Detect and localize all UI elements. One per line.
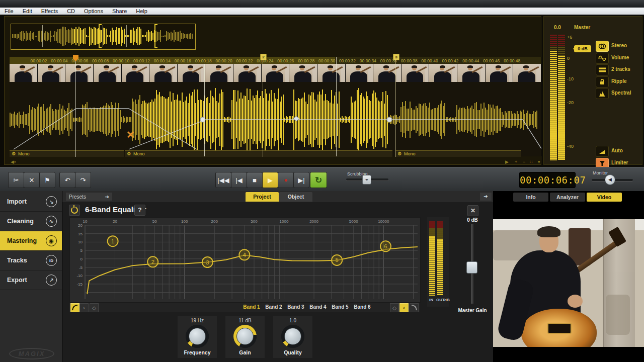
skip-start-button[interactable]: |◀◀: [215, 172, 231, 188]
menu-file[interactable]: File: [0, 8, 18, 14]
sidebar-item-mastering[interactable]: Mastering ◉: [0, 231, 62, 251]
object-footer[interactable]: ⚙ Mono: [10, 150, 124, 157]
scissors-button[interactable]: ✂: [8, 172, 24, 188]
band-tab-4[interactable]: Band 4: [307, 304, 329, 310]
video-thumbnail[interactable]: [346, 64, 373, 82]
scroll-left-icon[interactable]: ◀▪: [11, 159, 16, 164]
band-spread-right-icon[interactable]: ◇: [390, 303, 399, 312]
video-thumbnail[interactable]: [289, 64, 317, 82]
play-range-icon[interactable]: ▶: [505, 159, 509, 164]
master-button-ripple[interactable]: [596, 76, 609, 87]
gear-icon[interactable]: ⚙: [12, 151, 16, 156]
eq-band-handle-5[interactable]: 5: [332, 255, 342, 265]
zoom-fit-icon[interactable]: ∷: [530, 159, 533, 164]
object-footer[interactable]: ⚙ Mono: [125, 150, 392, 157]
video-thumbnail[interactable]: [10, 64, 37, 82]
video-thumbnail[interactable]: [429, 64, 457, 82]
eq-band-handle-2[interactable]: 2: [147, 256, 158, 267]
monitor-slider-handle[interactable]: ◀: [605, 174, 615, 185]
menu-edit[interactable]: Edit: [18, 8, 37, 14]
video-thumbnail[interactable]: [486, 64, 513, 82]
master-button-volume[interactable]: [596, 53, 609, 64]
eq-band-handle-1[interactable]: 1: [108, 236, 118, 246]
master-button-2-tracks[interactable]: [596, 64, 609, 75]
sidebar-item-cleaning[interactable]: Cleaning ∿: [0, 212, 62, 231]
menu-cd[interactable]: CD: [62, 8, 79, 14]
undo-button[interactable]: ↶: [59, 172, 75, 188]
marker-flag-button[interactable]: ⚑: [39, 172, 55, 188]
menu-options[interactable]: Options: [79, 8, 108, 14]
band-tab-3[interactable]: Band 3: [285, 304, 307, 310]
band-spread-left-icon[interactable]: ◇: [90, 303, 99, 312]
knob-gain[interactable]: 11 dB Gain: [225, 316, 265, 358]
knob-dial[interactable]: [186, 325, 209, 348]
video-thumbnail[interactable]: [513, 64, 541, 82]
panel-forward-button[interactable]: ➔: [480, 193, 492, 201]
video-thumbnail[interactable]: [233, 64, 261, 82]
zoom-menu-icon[interactable]: ▾: [538, 159, 540, 164]
record-button[interactable]: ●: [278, 172, 294, 188]
overview-range-end-bracket[interactable]: [154, 24, 155, 48]
video-thumbnail[interactable]: [262, 64, 289, 82]
presets-dropdown[interactable]: Presets ➔: [66, 193, 112, 201]
redo-button[interactable]: ↷: [75, 172, 91, 188]
band-tab-2[interactable]: Band 2: [263, 304, 285, 310]
eq-band-handle-3[interactable]: 3: [202, 257, 213, 267]
sidebar-item-import[interactable]: Import ↘: [0, 192, 62, 212]
video-thumbnail[interactable]: [205, 64, 233, 82]
video-thumbnail[interactable]: [457, 64, 485, 82]
band-tab-6[interactable]: Band 6: [351, 304, 373, 310]
main-waveform[interactable]: ✕: [10, 82, 541, 156]
master-gain-handle[interactable]: [466, 261, 477, 274]
loop-button[interactable]: ↻: [310, 172, 327, 188]
video-thumbnail[interactable]: [38, 64, 65, 82]
zoom-out-icon[interactable]: −: [523, 159, 525, 164]
master-button-stereo[interactable]: [596, 41, 609, 52]
lowpass-filter-icon[interactable]: [410, 303, 419, 312]
sidebar-item-export[interactable]: Export ↗: [0, 270, 62, 290]
prev-object-button[interactable]: |◀: [231, 172, 247, 188]
gear-icon[interactable]: ⚙: [397, 151, 402, 156]
effect-close-button[interactable]: ✕: [467, 205, 478, 216]
effect-power-button[interactable]: [69, 205, 80, 216]
waveform-overview[interactable]: [11, 24, 196, 50]
menu-help[interactable]: Help: [131, 8, 152, 14]
video-thumbnail[interactable]: [94, 64, 121, 82]
master-button-auto[interactable]: [596, 146, 609, 157]
highpass-filter-icon[interactable]: [70, 303, 79, 312]
volume-envelope[interactable]: ✕: [10, 82, 541, 156]
delete-button[interactable]: ✕: [24, 172, 40, 188]
tab-video[interactable]: Video: [587, 193, 622, 202]
video-thumbnail[interactable]: [178, 64, 205, 82]
zoom-in-icon[interactable]: +: [515, 159, 517, 164]
master-button-spectral[interactable]: [596, 88, 609, 99]
video-thumbnail-strip[interactable]: [10, 64, 541, 82]
menu-effects[interactable]: Effects: [37, 8, 62, 14]
next-object-button[interactable]: ▶|: [293, 172, 309, 188]
timeline-ruler[interactable]: 00:00:0200:00:0400:00:0600:00:0800:00:10…: [10, 57, 541, 64]
scrubbing-slider-handle[interactable]: ◂▸: [362, 175, 371, 185]
tab-info[interactable]: Info: [513, 193, 548, 202]
object-footer[interactable]: ⚙ Mono: [395, 150, 521, 157]
band-tab-1[interactable]: Band 1: [240, 304, 263, 310]
overview-range-start-bracket[interactable]: [99, 24, 100, 48]
video-thumbnail[interactable]: [373, 64, 401, 82]
timeline-marker-2[interactable]: 2: [260, 54, 267, 60]
tab-project[interactable]: Project: [246, 192, 279, 202]
stop-button[interactable]: ■: [247, 172, 263, 188]
video-thumbnail[interactable]: [401, 64, 429, 82]
sidebar-item-tracks[interactable]: Tracks ID: [0, 251, 62, 270]
eq-band-handle-4[interactable]: 4: [239, 249, 250, 260]
band-back-icon[interactable]: ‹: [399, 303, 409, 312]
band-tab-5[interactable]: Band 5: [329, 304, 351, 310]
tab-analyzer[interactable]: Analyzer: [550, 193, 585, 202]
effect-help-button[interactable]: ?: [134, 205, 145, 216]
tab-object[interactable]: Object: [279, 192, 312, 202]
video-thumbnail[interactable]: [149, 64, 177, 82]
master-gain-tag[interactable]: 0 dB: [574, 45, 591, 52]
knob-dial[interactable]: [281, 325, 304, 348]
play-button[interactable]: ▶: [262, 172, 278, 188]
knob-quality[interactable]: 1.0 Quality: [273, 316, 312, 358]
video-thumbnail[interactable]: [122, 64, 149, 82]
eq-band-handle-6[interactable]: 6: [380, 241, 391, 251]
